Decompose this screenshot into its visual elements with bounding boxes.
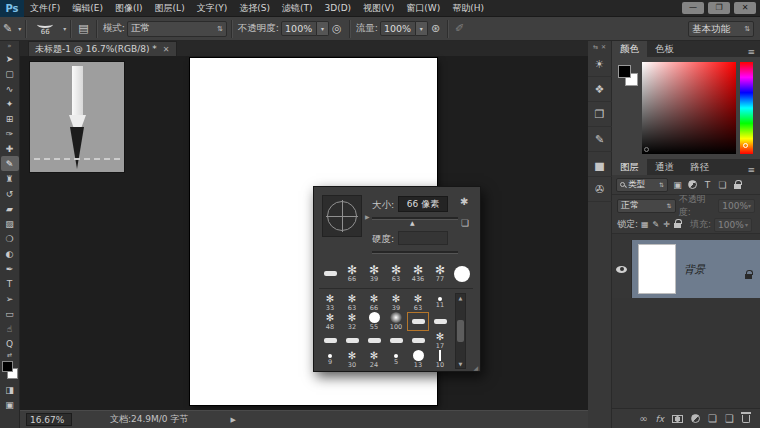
- menu-图层(L)[interactable]: 图层(L): [149, 0, 191, 17]
- screen-mode-button[interactable]: ▣: [1, 397, 19, 412]
- menu-选择(S)[interactable]: 选择(S): [233, 0, 276, 17]
- dodge-tool-icon[interactable]: ◐: [1, 246, 19, 261]
- scrollbar-thumb[interactable]: [457, 320, 464, 342]
- brush-preset-17[interactable]: ✻17: [429, 331, 451, 350]
- brush-preset-436[interactable]: ✻436: [407, 261, 429, 287]
- scroll-down-icon[interactable]: ▼: [459, 360, 463, 368]
- brush-preset-5[interactable]: 5: [385, 350, 407, 369]
- hue-picker-marker[interactable]: [743, 143, 748, 148]
- delete-layer-icon[interactable]: [742, 415, 750, 423]
- menu-编辑(E)[interactable]: 编辑(E): [66, 0, 109, 17]
- eyedropper-tool-icon[interactable]: ✑: [1, 126, 19, 141]
- lock-all-icon[interactable]: [674, 219, 681, 230]
- history-brush-tool-icon[interactable]: ↺: [1, 186, 19, 201]
- layer-comps-icon[interactable]: ❐: [588, 102, 612, 127]
- filter-adjustment-layers-icon[interactable]: [687, 180, 698, 189]
- tool-preset-caret-icon[interactable]: ▾: [18, 25, 21, 32]
- size-slider-thumb[interactable]: ▲: [410, 219, 415, 226]
- brush-preset-77[interactable]: ✻77: [429, 261, 451, 287]
- add-layer-mask-icon[interactable]: [672, 415, 683, 423]
- filter-kind-select[interactable]: 类型 ⇅: [616, 178, 668, 192]
- saturation-brightness-field[interactable]: [642, 62, 736, 154]
- swap-colors-icon[interactable]: ⇄: [7, 351, 12, 359]
- brush-preset[interactable]: [319, 261, 341, 287]
- layer-opacity-field[interactable]: 100% ▾: [718, 199, 755, 213]
- restore-button[interactable]: ❐: [708, 2, 730, 14]
- brush-preset-10[interactable]: 10: [429, 350, 451, 369]
- marquee-tool-icon[interactable]: ▢: [1, 66, 19, 81]
- layer-thumbnail[interactable]: [638, 244, 676, 294]
- hue-slider[interactable]: [740, 62, 753, 154]
- brush-preset[interactable]: [385, 331, 407, 350]
- picker-menu-gear-icon[interactable]: ✱: [460, 196, 468, 207]
- brush-tip-preview[interactable]: [322, 195, 362, 237]
- hardness-input[interactable]: [398, 231, 448, 245]
- brush-preset-66[interactable]: ✻66: [341, 261, 363, 287]
- close-button[interactable]: ✕: [734, 2, 756, 14]
- eye-icon[interactable]: [616, 266, 627, 273]
- styles-icon[interactable]: ❖: [588, 77, 612, 102]
- quick-selection-tool-icon[interactable]: ✦: [1, 96, 19, 111]
- filter-group-layers-icon[interactable]: ❏: [717, 180, 728, 190]
- color-panel-menu-icon[interactable]: ≡: [747, 47, 760, 57]
- menu-滤镜(T)[interactable]: 滤镜(T): [276, 0, 319, 17]
- minimize-button[interactable]: —: [682, 2, 704, 14]
- layers-tab-图层[interactable]: 图层: [612, 159, 647, 175]
- crop-tool-icon[interactable]: ⊞: [1, 111, 19, 126]
- scroll-up-icon[interactable]: ▲: [459, 294, 463, 302]
- airbrush-icon[interactable]: ⊛: [428, 22, 443, 35]
- blur-tool-icon[interactable]: ❍: [1, 231, 19, 246]
- brush-preset[interactable]: [341, 331, 363, 350]
- pen-tool-icon[interactable]: ✒: [1, 261, 19, 276]
- hand-tool-icon[interactable]: ☝: [1, 321, 19, 336]
- lock-transparent-pixels-icon[interactable]: ▦: [641, 220, 649, 229]
- brush-preset-66[interactable]: ✻66: [363, 293, 385, 312]
- clone-stamp-tool-icon[interactable]: ♜: [1, 171, 19, 186]
- status-flyout-icon[interactable]: ▶: [230, 416, 235, 424]
- visibility-cell[interactable]: [612, 240, 632, 298]
- eraser-tool-icon[interactable]: ▰: [1, 201, 19, 216]
- preview-flyout-icon[interactable]: ▶: [365, 213, 370, 220]
- brush-preset[interactable]: [407, 331, 429, 350]
- brush-preset[interactable]: [363, 331, 385, 350]
- mode-select[interactable]: 正常 ⇅: [127, 21, 227, 37]
- brush-preset-39[interactable]: ✻39: [363, 261, 385, 287]
- link-layers-icon[interactable]: ∞: [639, 413, 647, 424]
- quick-mask-button[interactable]: ◨: [1, 382, 19, 397]
- brush-preset[interactable]: [407, 312, 429, 331]
- menu-帮助(H)[interactable]: 帮助(H): [446, 0, 490, 17]
- brush-presets-icon[interactable]: ✎: [588, 127, 612, 152]
- brush-preset-picker[interactable]: 66: [30, 19, 60, 39]
- brush-preset-9[interactable]: 9: [319, 350, 341, 369]
- zoom-tool-icon[interactable]: Q: [1, 336, 19, 351]
- filter-pixel-layers-icon[interactable]: ▣: [672, 180, 683, 190]
- toggle-brush-panel-icon[interactable]: ▤: [75, 22, 91, 35]
- type-tool-icon[interactable]: T: [1, 276, 19, 291]
- histogram-icon[interactable]: ▅: [588, 152, 612, 177]
- menu-文字(Y)[interactable]: 文字(Y): [191, 0, 234, 17]
- size-pressure-icon[interactable]: ✐: [452, 22, 467, 35]
- menu-图像(I)[interactable]: 图像(I): [109, 0, 149, 17]
- brush-preset-63[interactable]: ✻63: [341, 293, 363, 312]
- strip-close-icon[interactable]: ✕: [601, 43, 606, 50]
- brush-preset-24[interactable]: ✻24: [363, 350, 385, 369]
- size-input[interactable]: 66 像素: [398, 196, 448, 212]
- fill-field[interactable]: 100% ▾: [714, 218, 752, 232]
- toolbar-collapse-icon[interactable]: »: [7, 41, 11, 51]
- gradient-tool-icon[interactable]: ▨: [1, 216, 19, 231]
- brush-preset-55[interactable]: 55: [363, 312, 385, 331]
- color-tab-颜色[interactable]: 颜色: [612, 41, 647, 57]
- move-tool-icon[interactable]: ➤: [1, 51, 19, 66]
- opacity-pressure-icon[interactable]: ◎: [329, 22, 345, 35]
- tool-presets-icon[interactable]: ✇: [588, 177, 612, 202]
- brush-roundness-control[interactable]: [327, 201, 357, 231]
- brush-preset-100[interactable]: 100: [385, 312, 407, 331]
- flow-field[interactable]: 100%: [380, 21, 416, 36]
- layers-tab-路径[interactable]: 路径: [682, 159, 717, 175]
- brush-preset-63[interactable]: ✻63: [385, 261, 407, 287]
- brush-tool-icon[interactable]: ✎: [1, 156, 19, 171]
- brush-preset[interactable]: [429, 312, 451, 331]
- layers-panel-menu-icon[interactable]: ≡: [747, 165, 760, 175]
- brush-tool-icon[interactable]: ✎: [0, 22, 15, 35]
- shape-tool-icon[interactable]: ▭: [1, 306, 19, 321]
